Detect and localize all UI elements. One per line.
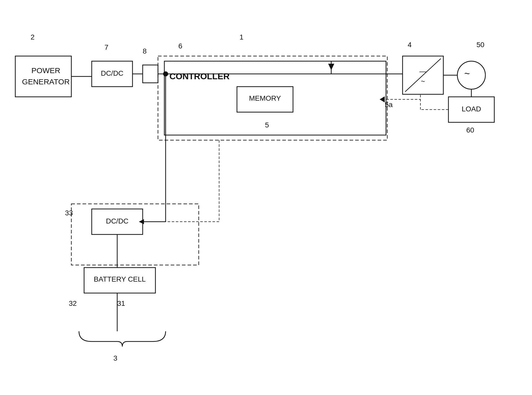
arrow-into-controller bbox=[328, 64, 334, 70]
memory-label: MEMORY bbox=[242, 94, 288, 102]
label-8: 8 bbox=[143, 47, 147, 55]
dcdc-top-label: DC/DC bbox=[96, 69, 129, 77]
label-5a: 5a bbox=[385, 101, 393, 109]
load-label: LOAD bbox=[451, 105, 492, 113]
label-4: 4 bbox=[408, 41, 412, 49]
switch-box bbox=[143, 65, 158, 83]
label-5: 5 bbox=[265, 121, 269, 129]
label-1: 1 bbox=[240, 33, 244, 41]
arrow-to-dcdc-bottom bbox=[139, 219, 144, 224]
label-50: 50 bbox=[476, 41, 484, 49]
label-31: 31 bbox=[117, 299, 125, 308]
controller-label: CONTROLLER bbox=[169, 71, 230, 81]
dcdc-bottom-label: DC/DC bbox=[96, 217, 139, 225]
ac-symbol bbox=[457, 61, 485, 89]
arrow-feedback-to-memory bbox=[380, 96, 385, 102]
battery-cell-label: BATTERY CELL bbox=[88, 275, 152, 283]
label-6: 6 bbox=[178, 42, 182, 50]
ac-tilde: ~ bbox=[464, 68, 470, 79]
label-7: 7 bbox=[104, 43, 109, 51]
power-generator-label: POWERGENERATOR bbox=[20, 65, 71, 87]
inverter-label: —~ bbox=[405, 66, 441, 87]
label-3: 3 bbox=[113, 354, 117, 362]
label-2: 2 bbox=[31, 33, 35, 41]
brace-battery bbox=[79, 331, 166, 347]
label-33: 33 bbox=[65, 209, 73, 217]
diagram-svg bbox=[0, 0, 532, 395]
label-32: 32 bbox=[69, 299, 77, 308]
label-60: 60 bbox=[466, 126, 474, 134]
